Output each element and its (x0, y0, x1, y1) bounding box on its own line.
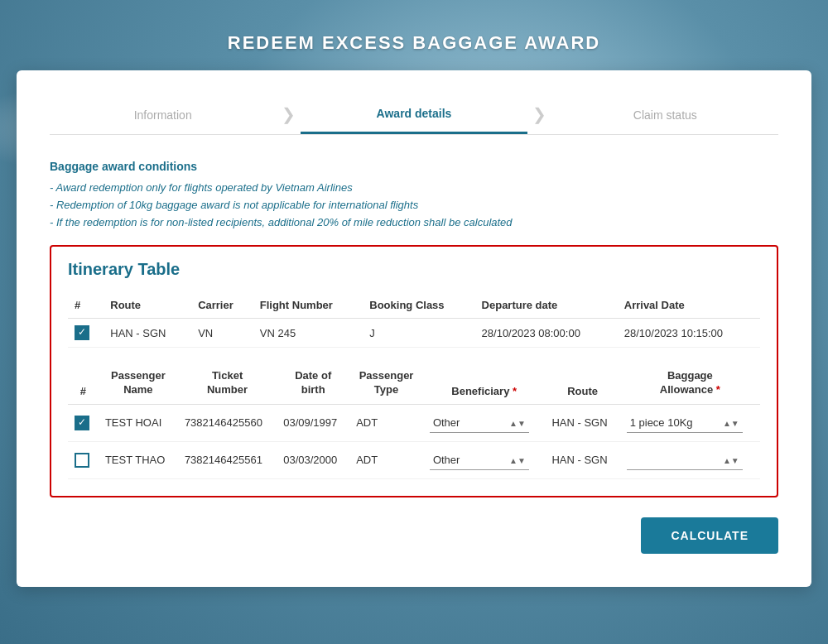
condition-1: - Award redemption only for flights oper… (50, 181, 778, 194)
pax-col-baggage: BaggageAllowance * (620, 363, 760, 404)
passenger-table: # PassengerName TicketNumber Date ofbirt… (68, 363, 760, 479)
pax-checkbox[interactable] (75, 453, 89, 468)
pax-name: TEST HOAI (99, 404, 178, 441)
steps-nav: Information ❯ Award details ❯ Claim stat… (50, 95, 778, 135)
itinerary-box: Itinerary Table # Route Carrier Flight N… (50, 245, 778, 497)
beneficiary-select[interactable]: OtherSelfFamily (430, 450, 529, 470)
flight-row: HAN - SGN VN VN 245 J 28/10/2023 08:00:0… (68, 319, 760, 348)
pax-col-dob: Date ofbirth (277, 363, 349, 404)
pax-dob: 03/09/1997 (277, 404, 349, 441)
pax-type: ADT (349, 404, 423, 441)
step-award-details[interactable]: Award details (301, 95, 527, 134)
flight-col-flightno: Flight Number (253, 292, 363, 319)
flight-arrival: 28/10/2023 10:15:00 (618, 319, 760, 348)
pax-type: ADT (349, 441, 423, 478)
pax-beneficiary-cell[interactable]: OtherSelfFamily ▲▼ (423, 441, 546, 478)
flight-table: # Route Carrier Flight Number Booking Cl… (68, 292, 760, 348)
pax-dob: 03/03/2000 (277, 441, 349, 478)
pax-checkbox[interactable] (75, 416, 89, 430)
baggage-select[interactable]: 1 piece 10Kg2 pieces 10Kg1 piece 20Kg (627, 413, 743, 433)
conditions-title: Baggage award conditions (50, 160, 778, 173)
pax-baggage-cell[interactable]: 1 piece 10Kg2 pieces 10Kg1 piece 20Kg ▲▼ (620, 441, 760, 478)
step-arrow-2: ❯ (527, 104, 552, 124)
baggage-select[interactable]: 1 piece 10Kg2 pieces 10Kg1 piece 20Kg (627, 450, 743, 470)
button-row: CALCULATE (50, 517, 778, 554)
pax-baggage-cell[interactable]: 1 piece 10Kg2 pieces 10Kg1 piece 20Kg ▲▼ (620, 404, 760, 441)
pax-route: HAN - SGN (545, 404, 619, 441)
flight-route: HAN - SGN (104, 319, 191, 348)
flight-col-carrier: Carrier (191, 292, 253, 319)
pax-ticket: 7382146425561 (178, 441, 277, 478)
flight-col-hash: # (68, 292, 104, 319)
pax-col-hash: # (68, 363, 99, 404)
itinerary-title: Itinerary Table (68, 260, 760, 279)
passenger-row: TEST THAO 7382146425561 03/03/2000 ADT O… (68, 441, 760, 478)
flight-col-route: Route (104, 292, 191, 319)
flight-checkbox[interactable] (75, 325, 89, 340)
page-title: REDEEM EXCESS BAGGAGE AWARD (17, 32, 811, 54)
pax-col-type: PassengerType (349, 363, 423, 404)
flight-carrier: VN (191, 319, 253, 348)
pax-col-ticket: TicketNumber (178, 363, 277, 404)
pax-col-beneficiary: Beneficiary * (423, 363, 546, 404)
pax-checkbox-cell[interactable] (68, 404, 99, 441)
pax-col-route: Route (545, 363, 619, 404)
flight-departure: 28/10/2023 08:00:00 (475, 319, 618, 348)
page-wrapper: REDEEM EXCESS BAGGAGE AWARD Information … (17, 32, 811, 612)
pax-col-name: PassengerName (99, 363, 178, 404)
pax-beneficiary-cell[interactable]: OtherSelfFamily ▲▼ (423, 404, 546, 441)
calculate-button[interactable]: CALCULATE (641, 517, 778, 554)
flight-checkbox-cell[interactable] (68, 319, 104, 348)
conditions-section: Baggage award conditions - Award redempt… (50, 160, 778, 228)
step-information[interactable]: Information (50, 97, 276, 133)
flight-col-departure: Departure date (475, 292, 618, 319)
pax-name: TEST THAO (99, 441, 178, 478)
flight-booking-class: J (363, 319, 474, 348)
passenger-row: TEST HOAI 7382146425560 03/09/1997 ADT O… (68, 404, 760, 441)
flight-number: VN 245 (253, 319, 363, 348)
beneficiary-select[interactable]: OtherSelfFamily (430, 413, 529, 433)
pax-checkbox-cell[interactable] (68, 441, 99, 478)
step-arrow-1: ❯ (276, 104, 301, 124)
condition-3: - If the redemption is for non-listed re… (50, 216, 778, 228)
flight-col-bookingclass: Booking Class (363, 292, 474, 319)
pax-ticket: 7382146425560 (178, 404, 277, 441)
step-claim-status[interactable]: Claim status (552, 97, 778, 133)
main-card: Information ❯ Award details ❯ Claim stat… (17, 70, 811, 587)
flight-col-arrival: Arrival Date (618, 292, 760, 319)
condition-2: - Redemption of 10kg baggage award is no… (50, 199, 778, 211)
pax-route: HAN - SGN (545, 441, 619, 478)
